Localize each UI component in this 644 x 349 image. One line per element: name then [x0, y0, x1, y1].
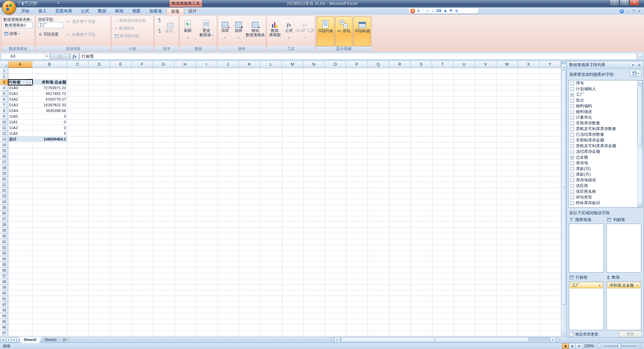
fill-handle[interactable]: [32, 84, 33, 86]
column-header[interactable]: F: [131, 61, 153, 68]
field-item[interactable]: ✔工厂: [569, 92, 642, 98]
row-header[interactable]: 14: [0, 142, 8, 148]
group-selection-button[interactable]: ➜ 将所选内容分组: [114, 18, 147, 23]
ribbon-tab[interactable]: 页面布局: [51, 8, 76, 15]
close-button[interactable]: ✕: [630, 0, 639, 6]
horizontal-scrollbar[interactable]: [340, 337, 550, 342]
row-header[interactable]: 28: [0, 222, 8, 228]
row-header[interactable]: 46: [0, 325, 8, 330]
first-sheet-button[interactable]: ⏴|: [1, 337, 6, 342]
pivot-cell-value[interactable]: 72793971.23: [32, 85, 67, 91]
row-header[interactable]: 30: [0, 233, 8, 239]
zoom-level[interactable]: 100%: [584, 344, 594, 348]
vertical-split-handle[interactable]: [561, 61, 567, 64]
ribbon-tab[interactable]: 视图: [128, 8, 145, 15]
row-header[interactable]: 6: [0, 97, 8, 102]
row-header[interactable]: 37: [0, 273, 8, 279]
row-header[interactable]: 25: [0, 205, 8, 211]
column-header[interactable]: P: [346, 61, 368, 68]
row-header[interactable]: 33: [0, 250, 8, 256]
pivot-cell-value[interactable]: 6165770.17: [32, 97, 67, 102]
field-checkbox[interactable]: [570, 167, 574, 171]
change-data-source-button[interactable]: 更改 数据源 ▾: [197, 16, 216, 46]
row-header[interactable]: 24: [0, 199, 8, 205]
column-header[interactable]: I: [196, 61, 217, 68]
pivot-cell-value[interactable]: 3635398.66: [32, 108, 67, 114]
ribbon-tab[interactable]: 公式: [76, 8, 94, 15]
pivot-cell-value[interactable]: 0: [32, 131, 67, 136]
formula-input[interactable]: 行标签: [79, 53, 637, 60]
toolbox-icon[interactable]: ⊞: [455, 9, 458, 13]
olap-tools-button[interactable]: fx OLAP 工具 ▾: [296, 16, 314, 46]
field-item[interactable]: 评估类型: [569, 194, 642, 200]
pivot-cell-value[interactable]: 0: [32, 114, 67, 119]
restore-button[interactable]: ❐: [620, 0, 629, 6]
field-scroll-thumb[interactable]: [638, 85, 642, 148]
field-checkbox[interactable]: [570, 110, 574, 114]
field-item[interactable]: 非限制库存金额: [569, 137, 642, 143]
field-item[interactable]: ✔总金额: [569, 155, 642, 160]
row-header[interactable]: 41: [0, 296, 8, 302]
normal-view-button[interactable]: ▦: [562, 343, 569, 349]
row-header[interactable]: 15: [0, 148, 8, 154]
tab-split-handle[interactable]: [331, 337, 334, 342]
field-checkbox[interactable]: [570, 104, 574, 108]
column-header[interactable]: M: [282, 61, 303, 68]
row-header[interactable]: 9: [0, 114, 8, 119]
minimize-button[interactable]: —: [609, 0, 619, 6]
field-scroll-down-icon[interactable]: ▼: [638, 202, 642, 207]
column-header[interactable]: Y: [539, 61, 561, 68]
workbook-restore-button[interactable]: ❐: [632, 9, 635, 13]
column-header[interactable]: R: [389, 61, 411, 68]
zoom-slider-thumb[interactable]: [618, 344, 621, 348]
field-item[interactable]: 库存地: [569, 160, 642, 166]
row-header[interactable]: 16: [0, 154, 8, 159]
row-field-pill[interactable]: 工厂▼: [570, 282, 603, 288]
pivot-cell-label[interactable]: 11A3: [8, 131, 32, 136]
field-item[interactable]: 已冻结库存数量: [569, 132, 642, 137]
field-item[interactable]: 特殊库存标识: [569, 200, 642, 206]
pivottable-name-input[interactable]: [3, 22, 33, 28]
field-checkbox[interactable]: [570, 144, 574, 148]
pivot-cell-label[interactable]: 01A4: [8, 108, 32, 114]
select-button[interactable]: ➤ 选择 ▾: [232, 16, 245, 46]
handwriting-icon[interactable]: ♟: [444, 9, 447, 13]
row-header[interactable]: 29: [0, 228, 8, 233]
field-checkbox[interactable]: [570, 81, 574, 85]
pivot-cell-label[interactable]: 01A0: [8, 85, 32, 91]
sort-ascending-button[interactable]: A↓Z: [156, 17, 164, 23]
field-checkbox[interactable]: [570, 190, 574, 194]
column-header[interactable]: E: [110, 61, 131, 68]
field-checkbox[interactable]: [570, 161, 574, 165]
field-checkbox[interactable]: [570, 178, 574, 182]
name-box[interactable]: A3: [1, 53, 50, 60]
move-pivottable-button[interactable]: ➔ 移动 数据透视表: [246, 16, 265, 46]
row-header[interactable]: 7: [0, 102, 8, 108]
column-header[interactable]: A: [8, 61, 32, 68]
help-icon[interactable]: ?: [620, 9, 624, 13]
expand-formula-bar-icon[interactable]: »: [638, 53, 643, 60]
font-mode-icon[interactable]: A: [417, 9, 420, 13]
page-layout-view-button[interactable]: ▣: [569, 343, 576, 349]
redo-button[interactable]: ↷▾: [33, 1, 36, 6]
field-item[interactable]: 非限库存数量: [569, 120, 642, 126]
workbook-close-button[interactable]: ✕: [638, 9, 641, 13]
column-header[interactable]: H: [174, 61, 196, 68]
field-checkbox[interactable]: [570, 138, 574, 142]
column-header[interactable]: X: [518, 61, 539, 68]
row-header[interactable]: 10: [0, 119, 8, 125]
vertical-scroll-thumb[interactable]: [561, 70, 566, 305]
row-header[interactable]: 5: [0, 91, 8, 97]
customize-qat-button[interactable]: ▾: [58, 2, 59, 5]
column-header[interactable]: L: [260, 61, 282, 68]
pivot-cell-label[interactable]: 01A1: [8, 91, 32, 97]
field-item[interactable]: 库龄(月): [569, 172, 642, 177]
pivot-cell-label[interactable]: 11A0: [8, 114, 32, 119]
column-header[interactable]: B: [32, 61, 67, 68]
row-header[interactable]: 11: [0, 125, 8, 131]
sort-descending-button[interactable]: Z↓A: [156, 28, 164, 34]
column-header[interactable]: Q: [368, 61, 389, 68]
ribbon-tab[interactable]: 数据: [94, 8, 111, 15]
pivotchart-button[interactable]: 数据 透视图: [268, 16, 282, 46]
field-checkbox[interactable]: [570, 121, 574, 125]
